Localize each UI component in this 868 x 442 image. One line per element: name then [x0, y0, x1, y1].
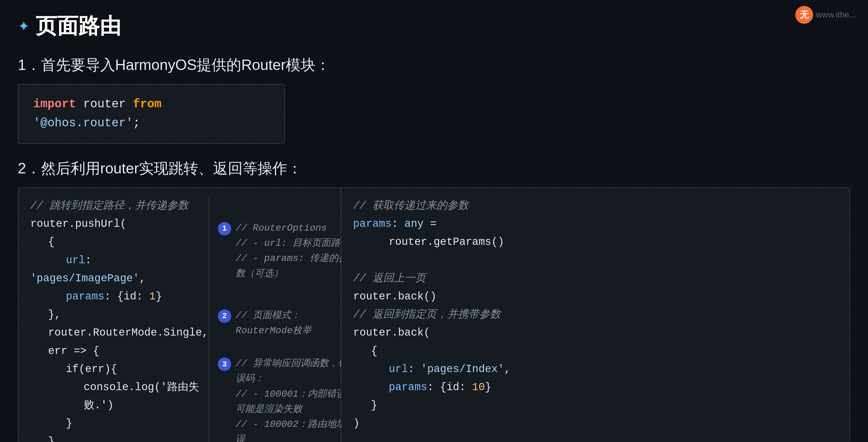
line-back-close: ) [353, 414, 838, 433]
badge-1: 1 [218, 222, 231, 235]
keyword-from: from [133, 98, 161, 111]
annotation-3: 3 // 异常响应回调函数，错误码： // - 100001：内部错误，可能是渲… [218, 356, 357, 442]
spacer1 [353, 251, 838, 269]
line-brace-open: { [48, 233, 208, 251]
comment-getparams: // 获取传递过来的参数 [353, 197, 838, 215]
line-back-params: params: {id: 10} [353, 378, 838, 396]
watermark-url: www.ithe... [816, 10, 856, 20]
semicolon: ; [133, 116, 140, 130]
keyword-import: import [33, 98, 76, 111]
string-module: '@ohos.router' [33, 116, 133, 130]
line-pushurl-open: router.pushUrl( [30, 215, 208, 233]
line-if-err: if(err){ [66, 360, 208, 378]
line-back-open: router.back( [353, 324, 838, 342]
line-routermode: router.RouterMode.Single, [48, 324, 208, 342]
line-back-brace-open: { [371, 342, 838, 360]
line-params-any: params: any = [353, 215, 838, 233]
comment-pushurl: // 跳转到指定路径，并传递参数 [30, 197, 208, 215]
line-brace-close: }, [48, 306, 208, 324]
badge-2: 2 [218, 309, 231, 323]
comment-back-params: // 返回到指定页，并携带参数 [353, 306, 838, 324]
line-if-close: } [66, 414, 208, 433]
code-panel-right: // 获取传递过来的参数 params: any = router.getPar… [341, 188, 850, 442]
star-icon: ✦ [18, 18, 30, 34]
line-callback-close: } [48, 433, 208, 442]
annotation-2: 2 // 页面模式：RouterMode枚举 [218, 308, 357, 338]
plain-router: router [76, 98, 133, 111]
section-2-label: 2．然后利用router实现跳转、返回等操作： [18, 159, 850, 178]
section-2: 2．然后利用router实现跳转、返回等操作： // 跳转到指定路径，并传递参数… [18, 159, 850, 442]
code-panels: // 跳转到指定路径，并传递参数 router.pushUrl( { url: … [18, 188, 850, 442]
line-err-arrow: err => { [48, 342, 208, 360]
line-params: params: {id: 1} [30, 287, 208, 306]
logo-icon: 无 [795, 6, 813, 24]
code-panel-left: // 跳转到指定路径，并传递参数 router.pushUrl( { url: … [18, 188, 341, 442]
line-url: url: 'pages/ImagePage', [30, 251, 208, 287]
annotation-1: 1 // RouterOptions // - url: 目标页面路径 // -… [218, 220, 357, 281]
page-title: 页面路由 [36, 12, 121, 40]
line-back-url: url: 'pages/Index', [353, 360, 838, 378]
watermark-top: 无 www.ithe... [795, 6, 856, 24]
left-code-main: // 跳转到指定路径，并传递参数 router.pushUrl( { url: … [30, 197, 208, 442]
line-back-brace-close: } [371, 396, 838, 414]
annotation-2-text: // 页面模式：RouterMode枚举 [236, 308, 357, 338]
annotations-panel: 1 // RouterOptions // - url: 目标页面路径 // -… [208, 197, 357, 442]
section-1-label: 1．首先要导入HarmonyOS提供的Router模块： [18, 55, 850, 75]
page-header: ✦ 页面路由 [18, 12, 850, 40]
section-1: 1．首先要导入HarmonyOS提供的Router模块： import rout… [18, 55, 850, 144]
code-block-import: import router from '@ohos.router'; [18, 84, 285, 144]
annotation-3-text: // 异常响应回调函数，错误码： // - 100001：内部错误，可能是渲染失… [236, 356, 357, 442]
badge-3: 3 [218, 358, 231, 371]
comment-back: // 返回上一页 [353, 269, 838, 287]
line-back: router.back() [353, 287, 838, 306]
line-console-log: console.log('路由失败.') [84, 378, 208, 414]
annotation-1-text: // RouterOptions // - url: 目标页面路径 // - p… [236, 220, 357, 281]
line-getparams: router.getParams() [389, 233, 838, 251]
